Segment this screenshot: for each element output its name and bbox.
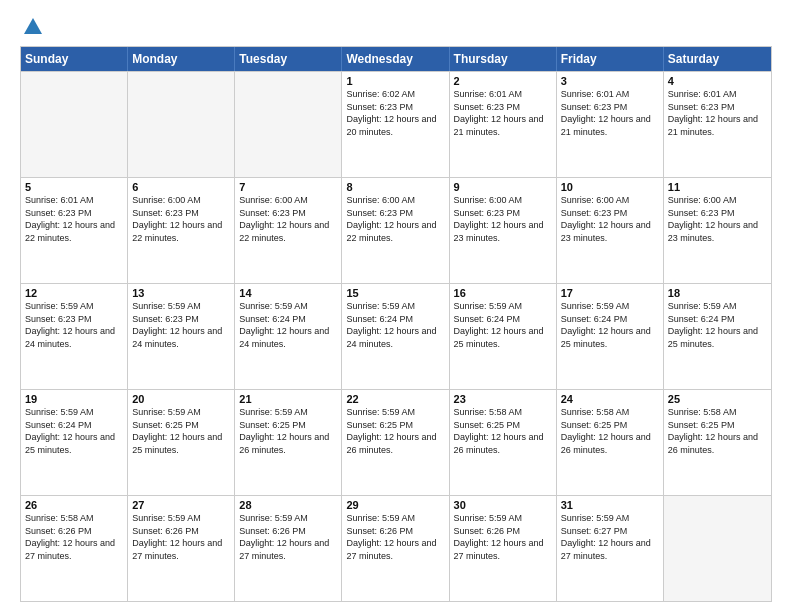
day-cell-3: 3Sunrise: 6:01 AMSunset: 6:23 PMDaylight…: [557, 72, 664, 177]
day-info: Sunrise: 6:00 AMSunset: 6:23 PMDaylight:…: [132, 194, 230, 244]
week-row-5: 26Sunrise: 5:58 AMSunset: 6:26 PMDayligh…: [21, 495, 771, 601]
day-info: Sunrise: 5:59 AMSunset: 6:26 PMDaylight:…: [346, 512, 444, 562]
day-info: Sunrise: 6:01 AMSunset: 6:23 PMDaylight:…: [454, 88, 552, 138]
day-info: Sunrise: 6:01 AMSunset: 6:23 PMDaylight:…: [668, 88, 767, 138]
day-header-tuesday: Tuesday: [235, 47, 342, 71]
day-number: 23: [454, 393, 552, 405]
day-info: Sunrise: 5:59 AMSunset: 6:24 PMDaylight:…: [25, 406, 123, 456]
day-info: Sunrise: 5:59 AMSunset: 6:25 PMDaylight:…: [132, 406, 230, 456]
day-header-wednesday: Wednesday: [342, 47, 449, 71]
day-info: Sunrise: 5:59 AMSunset: 6:25 PMDaylight:…: [239, 406, 337, 456]
day-cell-29: 29Sunrise: 5:59 AMSunset: 6:26 PMDayligh…: [342, 496, 449, 601]
week-row-4: 19Sunrise: 5:59 AMSunset: 6:24 PMDayligh…: [21, 389, 771, 495]
day-cell-30: 30Sunrise: 5:59 AMSunset: 6:26 PMDayligh…: [450, 496, 557, 601]
day-cell-13: 13Sunrise: 5:59 AMSunset: 6:23 PMDayligh…: [128, 284, 235, 389]
day-info: Sunrise: 6:00 AMSunset: 6:23 PMDaylight:…: [668, 194, 767, 244]
day-cell-27: 27Sunrise: 5:59 AMSunset: 6:26 PMDayligh…: [128, 496, 235, 601]
day-number: 8: [346, 181, 444, 193]
day-number: 28: [239, 499, 337, 511]
day-number: 25: [668, 393, 767, 405]
day-number: 10: [561, 181, 659, 193]
day-number: 5: [25, 181, 123, 193]
day-number: 26: [25, 499, 123, 511]
calendar: SundayMondayTuesdayWednesdayThursdayFrid…: [20, 46, 772, 602]
day-number: 27: [132, 499, 230, 511]
day-cell-1: 1Sunrise: 6:02 AMSunset: 6:23 PMDaylight…: [342, 72, 449, 177]
day-number: 4: [668, 75, 767, 87]
day-number: 3: [561, 75, 659, 87]
day-cell-16: 16Sunrise: 5:59 AMSunset: 6:24 PMDayligh…: [450, 284, 557, 389]
day-info: Sunrise: 5:59 AMSunset: 6:27 PMDaylight:…: [561, 512, 659, 562]
calendar-body: 1Sunrise: 6:02 AMSunset: 6:23 PMDaylight…: [21, 71, 771, 601]
day-header-saturday: Saturday: [664, 47, 771, 71]
week-row-2: 5Sunrise: 6:01 AMSunset: 6:23 PMDaylight…: [21, 177, 771, 283]
day-info: Sunrise: 6:00 AMSunset: 6:23 PMDaylight:…: [561, 194, 659, 244]
day-cell-31: 31Sunrise: 5:59 AMSunset: 6:27 PMDayligh…: [557, 496, 664, 601]
day-number: 19: [25, 393, 123, 405]
day-info: Sunrise: 5:59 AMSunset: 6:24 PMDaylight:…: [346, 300, 444, 350]
svg-marker-0: [24, 18, 42, 34]
day-number: 11: [668, 181, 767, 193]
day-cell-24: 24Sunrise: 5:58 AMSunset: 6:25 PMDayligh…: [557, 390, 664, 495]
empty-cell: [235, 72, 342, 177]
day-cell-19: 19Sunrise: 5:59 AMSunset: 6:24 PMDayligh…: [21, 390, 128, 495]
day-number: 6: [132, 181, 230, 193]
day-number: 1: [346, 75, 444, 87]
day-info: Sunrise: 6:02 AMSunset: 6:23 PMDaylight:…: [346, 88, 444, 138]
day-info: Sunrise: 5:58 AMSunset: 6:25 PMDaylight:…: [561, 406, 659, 456]
day-info: Sunrise: 5:59 AMSunset: 6:26 PMDaylight:…: [454, 512, 552, 562]
day-cell-12: 12Sunrise: 5:59 AMSunset: 6:23 PMDayligh…: [21, 284, 128, 389]
day-number: 15: [346, 287, 444, 299]
day-header-sunday: Sunday: [21, 47, 128, 71]
day-number: 22: [346, 393, 444, 405]
logo-icon: [22, 16, 44, 38]
day-number: 2: [454, 75, 552, 87]
week-row-1: 1Sunrise: 6:02 AMSunset: 6:23 PMDaylight…: [21, 71, 771, 177]
day-info: Sunrise: 5:58 AMSunset: 6:25 PMDaylight:…: [454, 406, 552, 456]
day-cell-20: 20Sunrise: 5:59 AMSunset: 6:25 PMDayligh…: [128, 390, 235, 495]
calendar-header: SundayMondayTuesdayWednesdayThursdayFrid…: [21, 47, 771, 71]
logo: [20, 16, 44, 36]
day-number: 12: [25, 287, 123, 299]
day-cell-15: 15Sunrise: 5:59 AMSunset: 6:24 PMDayligh…: [342, 284, 449, 389]
day-cell-4: 4Sunrise: 6:01 AMSunset: 6:23 PMDaylight…: [664, 72, 771, 177]
day-info: Sunrise: 6:01 AMSunset: 6:23 PMDaylight:…: [561, 88, 659, 138]
day-info: Sunrise: 6:00 AMSunset: 6:23 PMDaylight:…: [454, 194, 552, 244]
day-cell-21: 21Sunrise: 5:59 AMSunset: 6:25 PMDayligh…: [235, 390, 342, 495]
empty-cell: [21, 72, 128, 177]
day-number: 17: [561, 287, 659, 299]
empty-cell: [664, 496, 771, 601]
day-number: 14: [239, 287, 337, 299]
day-header-monday: Monday: [128, 47, 235, 71]
day-cell-7: 7Sunrise: 6:00 AMSunset: 6:23 PMDaylight…: [235, 178, 342, 283]
day-number: 9: [454, 181, 552, 193]
day-number: 21: [239, 393, 337, 405]
day-cell-5: 5Sunrise: 6:01 AMSunset: 6:23 PMDaylight…: [21, 178, 128, 283]
day-number: 29: [346, 499, 444, 511]
day-cell-17: 17Sunrise: 5:59 AMSunset: 6:24 PMDayligh…: [557, 284, 664, 389]
logo-text: [20, 16, 44, 38]
day-cell-8: 8Sunrise: 6:00 AMSunset: 6:23 PMDaylight…: [342, 178, 449, 283]
day-info: Sunrise: 5:59 AMSunset: 6:24 PMDaylight:…: [239, 300, 337, 350]
day-info: Sunrise: 6:01 AMSunset: 6:23 PMDaylight:…: [25, 194, 123, 244]
day-info: Sunrise: 6:00 AMSunset: 6:23 PMDaylight:…: [346, 194, 444, 244]
day-number: 31: [561, 499, 659, 511]
page: SundayMondayTuesdayWednesdayThursdayFrid…: [0, 0, 792, 612]
day-info: Sunrise: 5:58 AMSunset: 6:25 PMDaylight:…: [668, 406, 767, 456]
day-header-thursday: Thursday: [450, 47, 557, 71]
day-cell-2: 2Sunrise: 6:01 AMSunset: 6:23 PMDaylight…: [450, 72, 557, 177]
day-cell-26: 26Sunrise: 5:58 AMSunset: 6:26 PMDayligh…: [21, 496, 128, 601]
day-cell-6: 6Sunrise: 6:00 AMSunset: 6:23 PMDaylight…: [128, 178, 235, 283]
day-info: Sunrise: 5:59 AMSunset: 6:24 PMDaylight:…: [668, 300, 767, 350]
day-cell-11: 11Sunrise: 6:00 AMSunset: 6:23 PMDayligh…: [664, 178, 771, 283]
day-header-friday: Friday: [557, 47, 664, 71]
day-info: Sunrise: 6:00 AMSunset: 6:23 PMDaylight:…: [239, 194, 337, 244]
day-number: 13: [132, 287, 230, 299]
day-cell-28: 28Sunrise: 5:59 AMSunset: 6:26 PMDayligh…: [235, 496, 342, 601]
day-info: Sunrise: 5:59 AMSunset: 6:23 PMDaylight:…: [25, 300, 123, 350]
day-cell-25: 25Sunrise: 5:58 AMSunset: 6:25 PMDayligh…: [664, 390, 771, 495]
day-info: Sunrise: 5:59 AMSunset: 6:24 PMDaylight:…: [561, 300, 659, 350]
week-row-3: 12Sunrise: 5:59 AMSunset: 6:23 PMDayligh…: [21, 283, 771, 389]
day-info: Sunrise: 5:59 AMSunset: 6:24 PMDaylight:…: [454, 300, 552, 350]
day-number: 16: [454, 287, 552, 299]
